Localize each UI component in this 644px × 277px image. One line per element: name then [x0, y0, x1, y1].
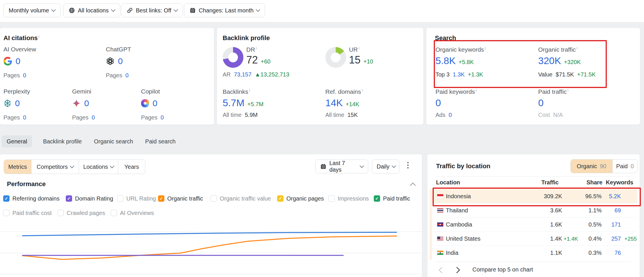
ai-card-value[interactable]: 0	[16, 56, 20, 66]
next-page-button[interactable]	[454, 267, 460, 274]
toggle-paid[interactable]: Paid0	[612, 160, 637, 173]
keywords-delta: +255	[624, 236, 637, 242]
ads-link[interactable]: 0	[449, 112, 452, 118]
location-row-thailand[interactable]: Thailand3.6K1.1%69	[430, 203, 637, 218]
metric-checkbox-organic-traffic-value[interactable]: Organic traffic value	[211, 195, 271, 202]
date-range-dropdown[interactable]: Last 7 days	[315, 160, 368, 173]
ai-card-value[interactable]: 0	[153, 98, 157, 108]
keywords-link[interactable]: 69	[615, 207, 621, 214]
flag-icon-indonesia	[437, 194, 444, 199]
checkbox-icon	[57, 210, 64, 216]
filter-changes-last-month[interactable]: Changes: Last month	[184, 3, 265, 17]
backlink-profile-title: Backlink profile	[223, 34, 270, 42]
segment-years[interactable]: Years	[118, 160, 145, 174]
granularity-dropdown[interactable]: Daily	[372, 160, 399, 173]
collapse-section-button[interactable]	[410, 182, 416, 188]
metric-label: Impressions	[338, 195, 369, 202]
ai-card-value[interactable]: 0	[84, 98, 89, 108]
traffic-value: 1.4K	[550, 235, 562, 242]
keywords-link[interactable]: 5.2K	[609, 193, 621, 200]
metric-checkbox-organic-pages[interactable]: ✓Organic pages	[277, 195, 324, 202]
chevron-down-icon	[392, 164, 396, 168]
metric-checkbox-paid-traffic[interactable]: ✓Paid traffic	[374, 195, 410, 202]
performance-panel: MetricsCompetitorsLocationsYears Last 7 …	[0, 154, 422, 277]
compare-top5-button[interactable]: Compare top 5 on chart	[472, 266, 533, 273]
location-row-united-states[interactable]: United States1.4K+1.4K0.4%257+255	[430, 231, 637, 246]
info-icon[interactable]: i	[577, 46, 577, 50]
paid-traffic-subrow: Cost N/A	[538, 112, 563, 118]
tab-paid-search[interactable]: Paid search	[144, 138, 177, 145]
pages-link[interactable]: 0	[23, 72, 26, 78]
tab-organic-search[interactable]: Organic search	[93, 138, 134, 145]
info-icon[interactable]: i	[476, 88, 477, 92]
chart-mode-segments: MetricsCompetitorsLocationsYears	[4, 160, 145, 174]
metric-checkbox-impressions[interactable]: Impressions	[328, 195, 369, 202]
pages-link[interactable]: 0	[161, 114, 164, 121]
pages-link[interactable]: 0	[23, 114, 26, 121]
info-icon[interactable]: i	[39, 34, 40, 39]
paid-keywords-value[interactable]: 0	[435, 97, 441, 108]
pages-link[interactable]: 0	[92, 114, 95, 121]
keywords-link[interactable]: 171	[611, 221, 621, 228]
info-icon[interactable]: i	[249, 88, 250, 92]
metric-checkbox-url-rating[interactable]: URL Rating	[117, 195, 156, 202]
keywords-link[interactable]: 76	[615, 250, 621, 256]
metric-checkbox-organic-traffic[interactable]: ✓Organic traffic	[158, 195, 203, 202]
keywords-link[interactable]: 257	[611, 235, 621, 242]
chevron-down-icon	[110, 164, 114, 169]
info-icon[interactable]: i	[256, 46, 257, 50]
location-row-indonesia[interactable]: Indonesia309.2K96.5%5.2K	[430, 189, 637, 203]
info-icon[interactable]: i	[362, 88, 363, 92]
filter-monthly-volume[interactable]: Monthly volume	[3, 3, 61, 17]
ref-domains-value[interactable]: 14K+14K	[325, 97, 359, 108]
filter-best-links-off[interactable]: Best links: Off	[121, 3, 183, 17]
ai-card-value[interactable]: 0	[15, 98, 20, 108]
traffic-value: 1.6K	[550, 221, 562, 228]
ai-card-value[interactable]: 0	[118, 56, 123, 66]
granularity-label: Daily	[377, 163, 389, 170]
organic-traffic-value[interactable]: 320K+320K	[538, 55, 581, 66]
ai-card-value-row: 0	[3, 56, 20, 66]
traffic-value: 3.6K	[550, 207, 562, 214]
chevron-down-icon	[256, 8, 260, 12]
info-icon[interactable]: i	[358, 46, 359, 50]
organic-keywords-subrow: Top 3 1.3K +1.3K	[435, 71, 483, 78]
location-name: Cambodia	[446, 221, 472, 228]
tab-backlink-profile[interactable]: Backlink profile	[42, 138, 83, 145]
paid-traffic-value[interactable]: 0	[538, 97, 544, 108]
filter-all-locations[interactable]: All locations	[63, 3, 120, 17]
filter-label: Changes: Last month	[199, 7, 254, 14]
info-icon[interactable]: i	[485, 46, 486, 50]
metric-checkbox-referring-domains[interactable]: ✓Referring domains	[3, 195, 59, 202]
segment-label: Locations	[83, 164, 108, 170]
ar-value-link[interactable]: 73,157	[234, 71, 251, 78]
backlinks-value[interactable]: 5.7M+5.7M	[223, 97, 264, 108]
location-row-india[interactable]: India1.1K0.3%76	[430, 246, 637, 260]
performance-line-chart[interactable]	[0, 219, 422, 277]
tab-general[interactable]: General	[2, 135, 32, 147]
toggle-organic[interactable]: Organic90	[571, 160, 612, 173]
metric-checkbox-domain-rating[interactable]: ✓Domain Rating	[66, 195, 113, 202]
segment-competitors[interactable]: Competitors	[31, 160, 79, 174]
more-options-button[interactable]	[407, 162, 409, 169]
location-row-cambodia[interactable]: Cambodia1.6K0.5%171	[430, 217, 637, 232]
metric-checkbox-crawled-pages[interactable]: Crawled pages	[57, 209, 105, 217]
segment-locations[interactable]: Locations	[79, 160, 118, 174]
ar-row: AR 73,157 ▲13,252,713	[223, 71, 289, 78]
divider	[436, 262, 631, 262]
pages-link[interactable]: 0	[125, 72, 129, 78]
metric-checkbox-ai-overviews[interactable]: AI Overviews	[111, 209, 154, 217]
chevron-down-icon	[174, 8, 178, 12]
organic-keywords-value[interactable]: 5.8K+5.8K	[435, 55, 474, 66]
ai-card-label: AI Overview	[3, 46, 36, 53]
report-tabs: GeneralBacklink profileOrganic searchPai…	[2, 135, 177, 148]
info-icon[interactable]: i	[568, 88, 568, 92]
col-share: Share	[586, 179, 602, 186]
traffic-by-location-title: Traffic by location	[436, 162, 490, 170]
metric-checkbox-paid-traffic-cost[interactable]: Paid traffic cost	[3, 209, 52, 217]
top3-link[interactable]: 1.3K	[453, 71, 465, 78]
prev-page-button[interactable]	[439, 267, 445, 274]
flag-icon-india	[437, 250, 444, 255]
segment-metrics[interactable]: Metrics	[4, 160, 31, 174]
link-icon	[127, 7, 133, 14]
